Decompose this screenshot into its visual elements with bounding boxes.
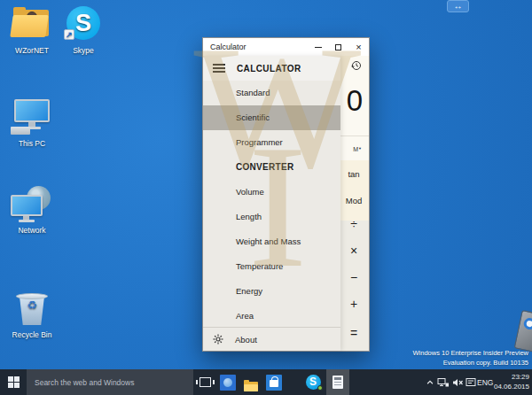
taskbar-skype-button[interactable]: S bbox=[302, 369, 324, 395]
separator bbox=[339, 136, 369, 136]
tray-clock[interactable]: 23:29 04.06.2015 bbox=[494, 369, 529, 395]
taskbar-store-button[interactable] bbox=[264, 369, 284, 395]
recycle-bin-icon: ♻ bbox=[5, 289, 59, 328]
mod-button[interactable]: Mod bbox=[339, 196, 369, 205]
calculator-taskbar-icon bbox=[332, 376, 343, 389]
skype-taskbar-icon: S bbox=[306, 375, 321, 390]
multiply-button[interactable]: × bbox=[339, 244, 369, 258]
this-pc-icon bbox=[5, 97, 59, 136]
tray-volume-button[interactable] bbox=[452, 369, 464, 395]
icon-label: WZorNET bbox=[5, 46, 59, 55]
keyboard bbox=[11, 127, 30, 135]
tray-action-center-button[interactable] bbox=[466, 369, 476, 395]
window-title: Calculator bbox=[203, 43, 246, 51]
calc-display: 0 bbox=[347, 84, 363, 118]
menu-item-standard[interactable]: Standard bbox=[203, 81, 340, 105]
calculator-section-header: CALCULATOR bbox=[237, 64, 301, 74]
desktop-icon-skype[interactable]: S ↗ Skype bbox=[57, 4, 110, 55]
online-status-dot bbox=[317, 385, 323, 391]
menu-item-about[interactable]: About bbox=[203, 327, 340, 351]
search-placeholder: Search the web and Windows bbox=[27, 378, 134, 387]
minus-button[interactable]: − bbox=[339, 270, 369, 284]
tray-show-hidden-icons[interactable] bbox=[426, 369, 434, 395]
network-icon bbox=[437, 377, 450, 388]
flyout-header: CALCULATOR bbox=[203, 56, 340, 81]
monitor-base bbox=[19, 220, 35, 222]
menu-item-scientific-selected[interactable]: Scientific bbox=[203, 105, 340, 130]
shortcut-arrow-icon: ↗ bbox=[64, 29, 74, 40]
file-explorer-icon bbox=[244, 374, 258, 391]
clock-time: 23:29 bbox=[494, 373, 529, 382]
store-icon bbox=[266, 375, 282, 391]
taskbar-edge-button[interactable] bbox=[218, 369, 238, 395]
menu-item-area[interactable]: Area bbox=[203, 304, 340, 329]
build-watermark-line1: Windows 10 Enterprise Insider Preview bbox=[413, 349, 528, 359]
edge-icon bbox=[220, 375, 236, 391]
task-view-button[interactable] bbox=[193, 369, 216, 395]
tan-button[interactable]: tan bbox=[339, 169, 369, 179]
icon-label: Recycle Bin bbox=[5, 330, 59, 339]
desktop-icon-wzornet[interactable]: WZorNET bbox=[5, 4, 59, 55]
calculator-body: 0 M▼ tan Mod ÷ × − + = CALCULATOR bbox=[203, 56, 369, 351]
resize-arrows-icon[interactable]: ↔ bbox=[447, 0, 469, 12]
calculator-window: Calculator × 0 M▼ bbox=[202, 37, 370, 352]
build-watermark: Windows 10 Enterprise Insider Preview Ev… bbox=[413, 349, 528, 368]
maximize-icon bbox=[335, 44, 341, 50]
monitor bbox=[14, 99, 50, 122]
memory-button[interactable]: M▼ bbox=[353, 146, 362, 152]
clock-date: 04.06.2015 bbox=[494, 383, 529, 391]
action-center-icon bbox=[466, 377, 476, 388]
divide-button[interactable]: ÷ bbox=[339, 217, 369, 231]
chevron-up-icon bbox=[426, 378, 434, 387]
converter-section-header: CONVERTER bbox=[203, 155, 340, 180]
calc-right-panel: 0 M▼ tan Mod ÷ × − + = bbox=[339, 56, 369, 351]
device-emblem bbox=[523, 317, 532, 330]
task-view-icon bbox=[200, 377, 211, 387]
plus-button[interactable]: + bbox=[339, 297, 369, 311]
build-watermark-line2: Evaluation copy. Build 10135 bbox=[413, 359, 528, 368]
about-label: About bbox=[235, 335, 257, 345]
equals-button[interactable]: = bbox=[339, 326, 369, 340]
tray-network-button[interactable] bbox=[437, 369, 450, 395]
history-icon[interactable] bbox=[351, 60, 362, 71]
partial-device-icon bbox=[514, 310, 532, 352]
title-bar[interactable]: Calculator × bbox=[203, 38, 369, 56]
tray-language-indicator[interactable]: ENG bbox=[477, 369, 493, 395]
start-button[interactable] bbox=[0, 369, 27, 395]
desktop: ↔ WZorNET S ↗ Skype This PC bbox=[0, 0, 532, 395]
close-button[interactable]: × bbox=[348, 38, 369, 56]
menu-item-programmer[interactable]: Programmer bbox=[203, 130, 340, 155]
icon-label: Skype bbox=[57, 46, 110, 55]
taskbar-search-box[interactable]: Search the web and Windows bbox=[27, 369, 193, 395]
monitor bbox=[11, 195, 43, 216]
menu-item-energy[interactable]: Energy bbox=[203, 279, 340, 304]
windows-logo-icon bbox=[8, 376, 20, 388]
taskbar-file-explorer-button[interactable] bbox=[241, 369, 261, 395]
desktop-icon-recycle-bin[interactable]: ♻ Recycle Bin bbox=[5, 289, 59, 339]
network-icon bbox=[5, 184, 59, 223]
minimize-icon bbox=[315, 47, 322, 48]
hamburger-menu-icon[interactable] bbox=[213, 62, 225, 74]
maximize-button[interactable] bbox=[328, 38, 348, 56]
nav-flyout-menu: CALCULATOR Standard Scientific Programme… bbox=[203, 56, 340, 351]
desktop-icon-network[interactable]: Network bbox=[5, 184, 59, 235]
taskbar: Search the web and Windows S bbox=[0, 369, 532, 395]
icon-label: This PC bbox=[5, 139, 59, 148]
icon-label: Network bbox=[5, 226, 59, 235]
chevron-down-icon: ▼ bbox=[358, 146, 362, 151]
menu-item-volume[interactable]: Volume bbox=[203, 180, 340, 205]
minimize-button[interactable] bbox=[308, 38, 328, 56]
menu-item-temperature[interactable]: Temperature bbox=[203, 254, 340, 279]
desktop-icon-this-pc[interactable]: This PC bbox=[5, 97, 59, 148]
taskbar-calculator-button-active[interactable] bbox=[326, 369, 349, 395]
speaker-muted-icon bbox=[452, 377, 464, 388]
menu-item-weight-and-mass[interactable]: Weight and Mass bbox=[203, 229, 340, 254]
folder-user-icon bbox=[5, 4, 59, 43]
menu-item-length[interactable]: Length bbox=[203, 205, 340, 229]
folder-front bbox=[10, 15, 49, 37]
recycle-glyph: ♻ bbox=[18, 298, 46, 312]
skype-icon: S ↗ bbox=[57, 4, 110, 43]
gear-icon bbox=[213, 334, 223, 345]
